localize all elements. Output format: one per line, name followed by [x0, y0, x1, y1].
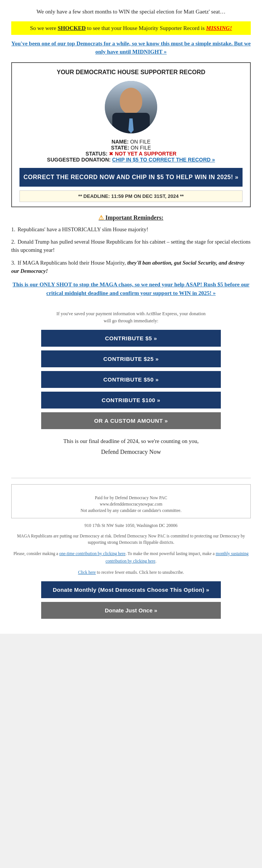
missing-word: MISSING!: [206, 25, 232, 31]
bottom-cta-link[interactable]: This is our ONLY SHOT to stop the MAGA c…: [11, 280, 251, 297]
face-shape: [120, 88, 142, 114]
footer-unsubscribe: Click here to receive fewer emails. Clic…: [11, 570, 251, 575]
midnight-link[interactable]: You've been one of our top Democrats for…: [11, 40, 250, 55]
contribute-custom-button[interactable]: OR A CUSTOM AMOUNT »: [41, 412, 221, 429]
bottom-cta-anchor[interactable]: This is our ONLY SHOT to stop the MAGA c…: [13, 281, 250, 296]
name-row: NAME: ON FILE: [19, 139, 243, 145]
card-photo-wrap: [19, 81, 243, 133]
deadline-bar: ** DEADLINE: 11:59 PM ON DEC 31ST, 2024 …: [19, 190, 243, 202]
shocked-line: So we were SHOCKED to see that your Hous…: [11, 21, 251, 35]
status-label: STATUS:: [86, 151, 108, 157]
contribute-25-button[interactable]: CONTRIBUTE $25 »: [41, 350, 221, 367]
footer-disclaimer: Paid for by Defend Democracy Now PAC www…: [11, 484, 251, 518]
state-value: ON FILE: [131, 145, 151, 151]
state-label: STATE:: [111, 145, 129, 151]
donation-label: SUGGESTED DONATION:: [47, 157, 111, 163]
reminders-title-text: Important Reminders:: [105, 214, 163, 221]
email-container: We only have a few short months to WIN t…: [0, 0, 262, 634]
donation-link[interactable]: CHIP IN $5 TO CORRECT THE RECORD »: [112, 157, 215, 163]
donation-row: SUGGESTED DONATION: CHIP IN $5 TO CORREC…: [19, 157, 243, 163]
reminder-3-emphasis: they'll ban abortion, gut Social Securit…: [11, 260, 244, 274]
shocked-word: SHOCKED: [58, 25, 86, 31]
card-title: YOUR DEMOCRATIC HOUSE SUPPORTER RECORD: [19, 69, 243, 76]
reminder-1: 1.Republicans' have a HISTORICALLY slim …: [11, 226, 251, 234]
shocked-prefix: So we were: [30, 25, 58, 31]
org-name: Defend Democracy Now: [11, 449, 251, 455]
one-time-link[interactable]: one-time contribution by clicking here: [59, 551, 125, 556]
profile-photo: [105, 81, 157, 133]
payment-note: If you've saved your payment information…: [11, 303, 251, 324]
contribute-50-button[interactable]: CONTRIBUTE $50 »: [41, 371, 221, 388]
reminders-title: ⚠ Important Reminders:: [11, 214, 251, 221]
intro-text: We only have a few short months to WIN t…: [11, 7, 251, 16]
contribute-100-button[interactable]: CONTRIBUTE $100 »: [41, 392, 221, 409]
state-row: STATE: ON FILE: [19, 145, 243, 151]
reminders-list: 1.Republicans' have a HISTORICALLY slim …: [11, 226, 251, 275]
footer-links-text: Please, consider making a one-time contr…: [11, 550, 251, 565]
card-cta-button[interactable]: CORRECT THE RECORD NOW AND CHIP IN $5 TO…: [19, 168, 243, 187]
donate-once-button[interactable]: Donate Just Once »: [41, 602, 221, 619]
status-value: NOT YET A SUPPORTER: [115, 151, 176, 157]
shocked-middle: to see that your House Majority Supporte…: [86, 25, 206, 31]
status-x-icon: ✖: [109, 151, 113, 157]
footer-address: 910 17th St NW Suite 1050, Washington DC…: [11, 523, 251, 528]
name-value: ON FILE: [130, 139, 150, 145]
reminder-2: 2.Donald Trump has pulled several House …: [11, 238, 251, 254]
card-info: NAME: ON FILE STATE: ON FILE STATUS: ✖ N…: [19, 139, 243, 163]
footer-mission: MAGA Republicans are putting our Democra…: [11, 533, 251, 546]
fewer-emails-link[interactable]: Click here: [78, 570, 96, 575]
warning-icon: ⚠: [98, 214, 104, 221]
name-label: NAME:: [112, 139, 129, 145]
photo-bg: [105, 81, 157, 133]
contribute-5-button[interactable]: CONTRIBUTE $5 »: [41, 330, 221, 347]
closing-text: This is our final deadline of 2024, so w…: [11, 437, 251, 446]
donate-monthly-button[interactable]: Donate Monthly (Most Democrats Choose Th…: [41, 581, 221, 598]
top-link[interactable]: You've been one of our top Democrats for…: [11, 39, 251, 56]
supporter-card: YOUR DEMOCRATIC HOUSE SUPPORTER RECORD N…: [11, 62, 251, 207]
status-row: STATUS: ✖ NOT YET A SUPPORTER: [19, 151, 243, 157]
footer-divider: [11, 478, 251, 478]
reminder-3: 3.If MAGA Republicans hold their House M…: [11, 259, 251, 275]
